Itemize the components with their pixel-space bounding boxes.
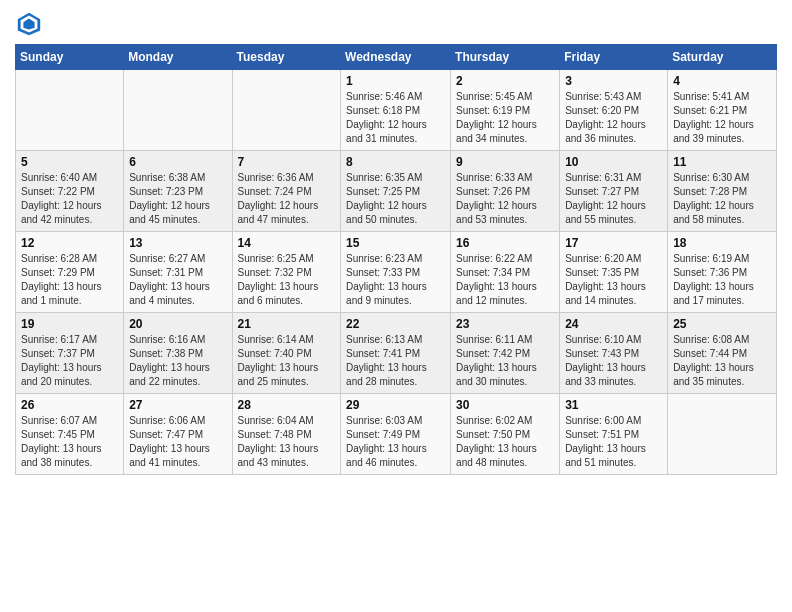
day-cell: 27Sunrise: 6:06 AM Sunset: 7:47 PM Dayli… — [124, 394, 232, 475]
day-info: Sunrise: 6:31 AM Sunset: 7:27 PM Dayligh… — [565, 171, 662, 227]
weekday-header-tuesday: Tuesday — [232, 45, 341, 70]
day-info: Sunrise: 6:33 AM Sunset: 7:26 PM Dayligh… — [456, 171, 554, 227]
day-cell: 1Sunrise: 5:46 AM Sunset: 6:18 PM Daylig… — [341, 70, 451, 151]
day-info: Sunrise: 5:41 AM Sunset: 6:21 PM Dayligh… — [673, 90, 771, 146]
day-number: 12 — [21, 236, 118, 250]
day-cell: 9Sunrise: 6:33 AM Sunset: 7:26 PM Daylig… — [451, 151, 560, 232]
day-number: 11 — [673, 155, 771, 169]
logo-icon — [15, 10, 43, 38]
header — [15, 10, 777, 38]
day-number: 13 — [129, 236, 226, 250]
day-cell: 25Sunrise: 6:08 AM Sunset: 7:44 PM Dayli… — [668, 313, 777, 394]
day-cell: 19Sunrise: 6:17 AM Sunset: 7:37 PM Dayli… — [16, 313, 124, 394]
day-number: 1 — [346, 74, 445, 88]
day-cell: 31Sunrise: 6:00 AM Sunset: 7:51 PM Dayli… — [560, 394, 668, 475]
day-info: Sunrise: 6:08 AM Sunset: 7:44 PM Dayligh… — [673, 333, 771, 389]
day-cell: 12Sunrise: 6:28 AM Sunset: 7:29 PM Dayli… — [16, 232, 124, 313]
day-info: Sunrise: 5:43 AM Sunset: 6:20 PM Dayligh… — [565, 90, 662, 146]
day-number: 22 — [346, 317, 445, 331]
day-info: Sunrise: 5:46 AM Sunset: 6:18 PM Dayligh… — [346, 90, 445, 146]
day-info: Sunrise: 6:14 AM Sunset: 7:40 PM Dayligh… — [238, 333, 336, 389]
day-info: Sunrise: 6:35 AM Sunset: 7:25 PM Dayligh… — [346, 171, 445, 227]
day-info: Sunrise: 6:25 AM Sunset: 7:32 PM Dayligh… — [238, 252, 336, 308]
weekday-header-row: SundayMondayTuesdayWednesdayThursdayFrid… — [16, 45, 777, 70]
day-info: Sunrise: 6:38 AM Sunset: 7:23 PM Dayligh… — [129, 171, 226, 227]
day-info: Sunrise: 6:36 AM Sunset: 7:24 PM Dayligh… — [238, 171, 336, 227]
day-cell: 20Sunrise: 6:16 AM Sunset: 7:38 PM Dayli… — [124, 313, 232, 394]
day-cell: 28Sunrise: 6:04 AM Sunset: 7:48 PM Dayli… — [232, 394, 341, 475]
day-cell: 4Sunrise: 5:41 AM Sunset: 6:21 PM Daylig… — [668, 70, 777, 151]
weekday-header-friday: Friday — [560, 45, 668, 70]
day-cell: 24Sunrise: 6:10 AM Sunset: 7:43 PM Dayli… — [560, 313, 668, 394]
weekday-header-saturday: Saturday — [668, 45, 777, 70]
day-cell: 6Sunrise: 6:38 AM Sunset: 7:23 PM Daylig… — [124, 151, 232, 232]
day-cell: 2Sunrise: 5:45 AM Sunset: 6:19 PM Daylig… — [451, 70, 560, 151]
weekday-header-thursday: Thursday — [451, 45, 560, 70]
page-container: SundayMondayTuesdayWednesdayThursdayFrid… — [0, 0, 792, 485]
day-info: Sunrise: 6:10 AM Sunset: 7:43 PM Dayligh… — [565, 333, 662, 389]
day-number: 3 — [565, 74, 662, 88]
week-row-1: 1Sunrise: 5:46 AM Sunset: 6:18 PM Daylig… — [16, 70, 777, 151]
day-number: 4 — [673, 74, 771, 88]
day-info: Sunrise: 6:06 AM Sunset: 7:47 PM Dayligh… — [129, 414, 226, 470]
day-number: 23 — [456, 317, 554, 331]
day-cell: 15Sunrise: 6:23 AM Sunset: 7:33 PM Dayli… — [341, 232, 451, 313]
day-number: 20 — [129, 317, 226, 331]
day-info: Sunrise: 5:45 AM Sunset: 6:19 PM Dayligh… — [456, 90, 554, 146]
day-info: Sunrise: 6:13 AM Sunset: 7:41 PM Dayligh… — [346, 333, 445, 389]
weekday-header-wednesday: Wednesday — [341, 45, 451, 70]
day-number: 29 — [346, 398, 445, 412]
day-cell: 7Sunrise: 6:36 AM Sunset: 7:24 PM Daylig… — [232, 151, 341, 232]
day-info: Sunrise: 6:19 AM Sunset: 7:36 PM Dayligh… — [673, 252, 771, 308]
day-number: 5 — [21, 155, 118, 169]
day-number: 30 — [456, 398, 554, 412]
calendar-table: SundayMondayTuesdayWednesdayThursdayFrid… — [15, 44, 777, 475]
weekday-header-monday: Monday — [124, 45, 232, 70]
day-info: Sunrise: 6:17 AM Sunset: 7:37 PM Dayligh… — [21, 333, 118, 389]
day-cell: 8Sunrise: 6:35 AM Sunset: 7:25 PM Daylig… — [341, 151, 451, 232]
day-info: Sunrise: 6:16 AM Sunset: 7:38 PM Dayligh… — [129, 333, 226, 389]
day-number: 18 — [673, 236, 771, 250]
day-info: Sunrise: 6:02 AM Sunset: 7:50 PM Dayligh… — [456, 414, 554, 470]
day-cell: 23Sunrise: 6:11 AM Sunset: 7:42 PM Dayli… — [451, 313, 560, 394]
day-info: Sunrise: 6:23 AM Sunset: 7:33 PM Dayligh… — [346, 252, 445, 308]
day-number: 6 — [129, 155, 226, 169]
day-cell: 21Sunrise: 6:14 AM Sunset: 7:40 PM Dayli… — [232, 313, 341, 394]
day-cell: 13Sunrise: 6:27 AM Sunset: 7:31 PM Dayli… — [124, 232, 232, 313]
day-number: 2 — [456, 74, 554, 88]
day-info: Sunrise: 6:07 AM Sunset: 7:45 PM Dayligh… — [21, 414, 118, 470]
day-number: 7 — [238, 155, 336, 169]
day-cell: 3Sunrise: 5:43 AM Sunset: 6:20 PM Daylig… — [560, 70, 668, 151]
day-cell — [232, 70, 341, 151]
day-cell: 10Sunrise: 6:31 AM Sunset: 7:27 PM Dayli… — [560, 151, 668, 232]
day-cell: 5Sunrise: 6:40 AM Sunset: 7:22 PM Daylig… — [16, 151, 124, 232]
day-cell: 14Sunrise: 6:25 AM Sunset: 7:32 PM Dayli… — [232, 232, 341, 313]
day-number: 26 — [21, 398, 118, 412]
day-cell: 11Sunrise: 6:30 AM Sunset: 7:28 PM Dayli… — [668, 151, 777, 232]
day-number: 31 — [565, 398, 662, 412]
day-number: 10 — [565, 155, 662, 169]
day-cell: 26Sunrise: 6:07 AM Sunset: 7:45 PM Dayli… — [16, 394, 124, 475]
day-number: 16 — [456, 236, 554, 250]
day-cell — [124, 70, 232, 151]
day-cell — [668, 394, 777, 475]
day-number: 9 — [456, 155, 554, 169]
day-cell: 29Sunrise: 6:03 AM Sunset: 7:49 PM Dayli… — [341, 394, 451, 475]
day-info: Sunrise: 6:04 AM Sunset: 7:48 PM Dayligh… — [238, 414, 336, 470]
day-info: Sunrise: 6:11 AM Sunset: 7:42 PM Dayligh… — [456, 333, 554, 389]
day-cell: 16Sunrise: 6:22 AM Sunset: 7:34 PM Dayli… — [451, 232, 560, 313]
day-number: 24 — [565, 317, 662, 331]
day-number: 8 — [346, 155, 445, 169]
day-info: Sunrise: 6:03 AM Sunset: 7:49 PM Dayligh… — [346, 414, 445, 470]
day-info: Sunrise: 6:00 AM Sunset: 7:51 PM Dayligh… — [565, 414, 662, 470]
day-info: Sunrise: 6:22 AM Sunset: 7:34 PM Dayligh… — [456, 252, 554, 308]
day-info: Sunrise: 6:27 AM Sunset: 7:31 PM Dayligh… — [129, 252, 226, 308]
day-number: 19 — [21, 317, 118, 331]
day-number: 21 — [238, 317, 336, 331]
week-row-5: 26Sunrise: 6:07 AM Sunset: 7:45 PM Dayli… — [16, 394, 777, 475]
weekday-header-sunday: Sunday — [16, 45, 124, 70]
day-cell: 30Sunrise: 6:02 AM Sunset: 7:50 PM Dayli… — [451, 394, 560, 475]
day-info: Sunrise: 6:28 AM Sunset: 7:29 PM Dayligh… — [21, 252, 118, 308]
day-cell — [16, 70, 124, 151]
day-number: 14 — [238, 236, 336, 250]
